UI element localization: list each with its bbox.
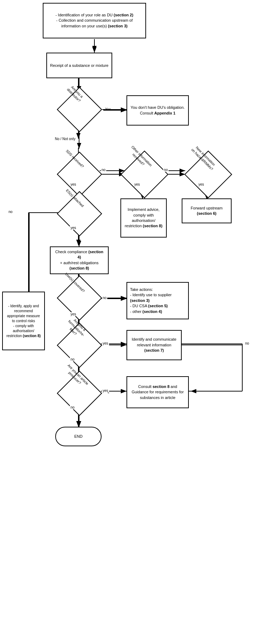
identify-apply-box: - Identify, apply and recommend appropri… xyxy=(2,292,45,350)
sds-diamond: SDS received? xyxy=(57,151,102,197)
receipt-box: Receipt of a substance or mixture xyxy=(46,53,112,78)
take-actions-line1: - Identify use to supplier xyxy=(130,293,172,297)
communicate-section7: (section 7) xyxy=(144,348,164,352)
article-diamond: Are you an article producer? xyxy=(57,371,102,416)
take-actions-line3: - other xyxy=(130,309,143,314)
distributor-diamond-wrap: Are you a distributor? xyxy=(50,92,109,127)
identify-communicate-box: Identify and communicate relevant inform… xyxy=(126,330,182,360)
top-info-section2: (section 2) xyxy=(114,13,133,17)
sds-no-label: no xyxy=(101,168,106,172)
distributor-label: Are you a distributor? xyxy=(62,80,89,107)
new-info-diamond-wrap: New information on hazard/RMMs? xyxy=(177,156,239,192)
other-info-label: Other information received? xyxy=(126,143,154,171)
new-info-diamond: New information on hazard/RMMs? xyxy=(184,150,232,198)
other-info-diamond-wrap: Other information received? xyxy=(113,156,176,192)
implement-section8: (section 8) xyxy=(143,224,162,228)
formulator-yes-label: yes xyxy=(102,341,109,345)
no-not-only-label: No / Not only xyxy=(54,137,76,141)
sds-yes-label: yes xyxy=(70,182,77,186)
appendix1-text: Appendix 1 xyxy=(154,111,175,115)
check-section8: (section 8) xyxy=(69,266,89,270)
consult-text1: Consult xyxy=(138,384,152,389)
take-section3: (section 3) xyxy=(130,298,150,303)
formulator-diamond-wrap: Are you a formulator/re-filler? xyxy=(50,326,109,364)
take-section4: (section 4) xyxy=(143,309,162,314)
es-diamond: ES(s) attached xyxy=(57,191,102,236)
consult-box: Consult section 8 and Guidance for requi… xyxy=(126,376,189,408)
distributor-yes-label: Yes xyxy=(105,107,111,111)
top-info-section3: (section 3) xyxy=(108,24,128,28)
no-du-obligation-box: You don't have DU's obligation. Consult … xyxy=(126,95,189,126)
other-info-yes-label: yes xyxy=(134,182,141,186)
uses-no-label: no xyxy=(102,296,107,300)
take-actions-line2: - DU CSA xyxy=(130,304,148,308)
article-no-label: no xyxy=(70,405,75,409)
formulator-no-label: no xyxy=(70,357,75,361)
end-text: END xyxy=(74,434,82,439)
new-info-yes-label: yes xyxy=(198,182,205,186)
check-text2: + auth/rest obligations xyxy=(60,261,99,265)
end-box: END xyxy=(55,427,102,446)
forward-text: Forward upstream xyxy=(191,206,222,210)
consult-section8: section 8 xyxy=(152,384,170,389)
implement-advice-box: Implement advice, comply with authorisat… xyxy=(120,198,167,238)
forward-section6: (section 6) xyxy=(197,211,216,215)
check-compliance-box: Check compliance (section 4) + auth/rest… xyxy=(50,246,109,274)
top-info-line1: - Identification of your role as DU xyxy=(56,13,114,17)
other-info-no-label: no xyxy=(163,168,169,172)
article-yes-label: yes xyxy=(102,389,109,393)
check-text1: Check compliance xyxy=(55,250,88,254)
uses-covered-diamond: Use(s) covered? xyxy=(57,275,102,320)
take-actions-title: Take actions: xyxy=(130,287,153,292)
article-label: Are you an article producer? xyxy=(63,363,90,389)
uses-yes-label: yes xyxy=(70,312,77,316)
uses-covered-diamond-wrap: Use(s) covered? xyxy=(50,279,109,316)
distributor-diamond: Are you a distributor? xyxy=(57,87,102,132)
article-diamond-wrap: Are you an article producer? xyxy=(50,374,109,412)
top-info-box: - Identification of your role as DU (sec… xyxy=(43,3,146,38)
forward-upstream-box: Forward upstream (section 6) xyxy=(182,198,232,223)
other-info-diamond: Other information received? xyxy=(120,150,168,198)
communicate-text: Identify and communicate relevant inform… xyxy=(132,337,176,347)
sds-diamond-wrap: SDS received? xyxy=(50,156,109,192)
es-yes-label: yes xyxy=(70,226,77,230)
es-diamond-wrap: ES(s) attached xyxy=(50,195,109,232)
es-no-label: no xyxy=(8,210,13,214)
formulator-diamond: Are you a formulator/re-filler? xyxy=(57,323,102,368)
sds-label: SDS received? xyxy=(63,147,87,170)
identify-section8: (section 8) xyxy=(23,334,41,338)
take-actions-box: Take actions: - Identify use to supplier… xyxy=(126,282,189,319)
communicate-no-label: no xyxy=(244,341,250,345)
take-section5: (section 5) xyxy=(148,304,168,308)
receipt-text: Receipt of a substance or mixture xyxy=(50,63,109,68)
identify-text1: - Identify, apply and recommend appropri… xyxy=(7,304,40,323)
new-info-label: New information on hazard/RMMs? xyxy=(190,143,218,171)
uses-covered-label: Use(s) covered? xyxy=(63,271,87,294)
flowchart: - Identification of your role as DU (sec… xyxy=(0,0,264,644)
